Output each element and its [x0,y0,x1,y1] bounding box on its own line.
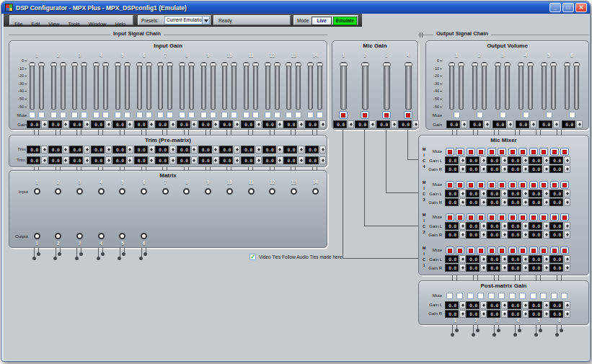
mic-mixer-mute-3-3-r[interactable] [498,181,506,189]
spinner-down-icon[interactable] [107,124,110,126]
spinner-down-icon[interactable] [236,160,239,162]
mic-mixer-mute-2-4-r[interactable] [518,213,527,221]
input-gain-fader-l-13-thumb[interactable] [286,63,292,66]
mic-mixer-mute-4-4-l[interactable] [508,148,517,156]
input-gain-mute-4-r[interactable] [102,112,109,118]
trim-l-13-value[interactable]: 0.0 [283,146,297,154]
video-ties-checkbox[interactable]: ✓ [249,254,256,260]
mic-mixer-4-gain-r-3-value[interactable]: 0.0 [487,165,500,173]
maximize-button[interactable]: □ [562,3,574,12]
mic-mixer-2-gain-l-5-value[interactable]: 0.0 [529,222,542,230]
mic-mixer-1-gain-l-1-spinner[interactable] [459,255,466,263]
trim-l-9-spinner[interactable] [213,146,219,154]
post-matrix-gain-r-1-value[interactable]: 0.0 [445,310,459,318]
mic-mixer-mute-4-1-r[interactable] [456,148,464,156]
mic-mixer-mute-2-1-r[interactable] [456,213,464,221]
output-volume-fader-l-1-thumb[interactable] [449,63,455,66]
mic-mixer-mute-2-5-l[interactable] [529,213,538,221]
mic-gain-mute-2[interactable] [361,111,369,119]
spinner-down-icon[interactable] [482,202,485,204]
spinner-down-icon[interactable] [503,305,506,307]
input-gain-fader-l-3-thumb[interactable] [71,63,78,66]
spinner-down-icon[interactable] [482,267,485,270]
mic-mixer-4-gain-l-5-spinner[interactable] [543,156,549,164]
input-gain-mute-8-l[interactable] [179,112,185,118]
output-volume-fader-l-4-thumb[interactable] [518,63,524,66]
spinner-down-icon[interactable] [524,226,527,228]
spinner-down-icon[interactable] [43,160,46,162]
spinner-down-icon[interactable] [86,124,89,126]
output-volume-fader-r-1-thumb[interactable] [458,63,464,66]
mic-mixer-2-gain-r-5-value[interactable]: 0.0 [529,231,542,239]
mic-mixer-mute-3-4-r[interactable] [518,181,527,189]
post-matrix-gain-r-2-spinner[interactable] [480,310,487,318]
mic-mixer-mute-4-1-l[interactable] [446,148,454,156]
mic-mixer-3-gain-r-6-spinner[interactable] [564,198,570,206]
title-bar[interactable]: DSP Configurator - MPX Plus - MPX_DSPcon… [1,1,590,14]
trim-r-5-value[interactable]: 0.0 [112,156,126,164]
spinner-down-icon[interactable] [64,160,67,162]
input-gain-fader-l-8-track[interactable] [180,62,185,110]
trim-l-14-value[interactable]: 0.0 [305,146,319,154]
mic-mixer-3-gain-r-2-value[interactable]: 0.0 [466,198,480,206]
mic-mixer-mute-1-6-l[interactable] [550,247,559,254]
spinner-down-icon[interactable] [150,124,153,126]
mic-mixer-3-gain-l-4-value[interactable]: 0.0 [508,190,521,197]
mic-mixer-1-gain-r-5-spinner[interactable] [543,264,549,272]
mic-mixer-3-gain-r-4-value[interactable]: 0.0 [508,198,521,206]
trim-l-10-spinner[interactable] [234,146,240,154]
trim-l-13-spinner[interactable] [298,146,304,154]
matrix-input-node-3[interactable] [76,188,83,195]
mic-mixer-1-gain-r-3-value[interactable]: 0.0 [487,264,500,272]
spinner-down-icon[interactable] [545,305,548,307]
input-gain-mute-10-l[interactable] [221,112,228,118]
input-gain-6-value[interactable]: 0.0 [134,120,148,128]
mic-gain-2-value[interactable]: 0.0 [355,120,368,128]
spinner-down-icon[interactable] [482,193,485,195]
mic-mixer-1-gain-r-4-spinner[interactable] [522,264,529,272]
spinner-down-icon[interactable] [545,193,548,195]
mic-mixer-1-gain-r-6-spinner[interactable] [564,264,570,272]
input-gain-fader-l-12-thumb[interactable] [265,63,271,66]
mic-mixer-1-gain-l-3-value[interactable]: 0.0 [487,255,500,263]
spinner-down-icon[interactable] [322,149,324,151]
post-matrix-gain-l-5-value[interactable]: 0.0 [529,301,542,309]
spinner-down-icon[interactable] [150,149,153,151]
trim-l-8-spinner[interactable] [191,146,198,154]
input-gain-mute-1-r[interactable] [38,112,45,118]
spinner-down-icon[interactable] [503,267,506,270]
mic-mixer-mute-1-5-l[interactable] [529,247,538,254]
input-gain-fader-r-2-track[interactable] [61,62,66,110]
input-gain-fader-r-10-thumb[interactable] [231,63,237,66]
output-volume-fader-l-6-track[interactable] [565,62,570,110]
trim-l-5-value[interactable]: 0.0 [112,146,126,154]
input-gain-fader-l-14-thumb[interactable] [307,63,314,66]
input-gain-6-spinner[interactable] [149,120,155,128]
mic-mixer-1-gain-l-3-spinner[interactable] [501,255,508,263]
spinner-down-icon[interactable] [486,124,489,126]
input-gain-4-spinner[interactable] [105,120,112,128]
input-gain-10-spinner[interactable] [234,120,240,128]
matrix-input-node-10[interactable] [226,188,233,195]
spinner-down-icon[interactable] [566,226,569,228]
input-gain-fader-r-8-thumb[interactable] [188,63,195,66]
spinner-down-icon[interactable] [172,160,174,162]
spinner-down-icon[interactable] [545,160,548,162]
input-gain-mute-13-l[interactable] [286,112,292,118]
post-matrix-gain-l-5-spinner[interactable] [543,301,549,309]
output-volume-mute-4[interactable] [523,112,529,118]
spinner-down-icon[interactable] [524,169,527,171]
mic-mixer-2-gain-l-6-spinner[interactable] [564,222,570,230]
trim-r-11-value[interactable]: 0.0 [241,156,255,164]
output-volume-6-spinner[interactable] [576,120,583,128]
input-gain-fader-l-9-track[interactable] [201,62,206,110]
spinner-down-icon[interactable] [461,267,464,270]
input-gain-9-spinner[interactable] [213,120,219,128]
mic-mixer-2-gain-r-5-spinner[interactable] [543,231,549,239]
input-gain-11-spinner[interactable] [255,120,262,128]
spinner-down-icon[interactable] [300,149,303,151]
input-gain-fader-r-5-track[interactable] [125,62,130,110]
spinner-down-icon[interactable] [545,226,548,228]
preset-dropdown[interactable]: Current Emulation [164,16,210,25]
post-matrix-mute-6-r[interactable] [561,293,567,299]
